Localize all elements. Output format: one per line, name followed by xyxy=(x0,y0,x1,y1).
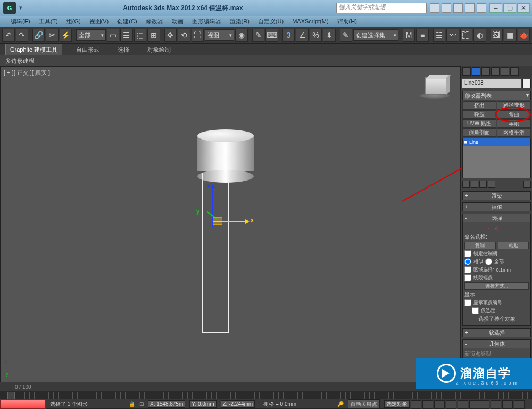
mirror-button[interactable]: М xyxy=(403,29,415,42)
window-crossing-button[interactable]: ⊞ xyxy=(147,29,160,42)
object-color-swatch[interactable] xyxy=(522,79,531,88)
show-vertnum-checkbox[interactable] xyxy=(464,299,471,306)
scale-button[interactable]: ⛶ xyxy=(192,29,204,42)
modifier-meshsmooth[interactable]: 网格平滑 xyxy=(497,128,531,137)
area-select-checkbox[interactable] xyxy=(464,266,471,273)
modifier-bevelprofile[interactable]: 倒角剖面 xyxy=(462,128,496,137)
area-select-value[interactable]: 0.1mm xyxy=(496,267,517,273)
modifier-pathdeform[interactable]: 路径变形 xyxy=(497,101,531,110)
segment-end-checkbox[interactable] xyxy=(464,274,471,281)
copy-button[interactable]: 复制 xyxy=(464,242,496,249)
material-editor-button[interactable]: ◐ xyxy=(473,29,486,42)
close-button[interactable]: ✕ xyxy=(517,3,530,13)
angle-snap-button[interactable]: ∠ xyxy=(296,29,309,42)
link-button[interactable]: 🔗 xyxy=(32,29,45,42)
ref-coord-dropdown[interactable]: 视图 xyxy=(205,29,234,41)
curve-editor-button[interactable]: 〰 xyxy=(446,29,459,42)
render-setup-button[interactable]: 🖼 xyxy=(491,29,503,42)
select-by-button[interactable]: 选择方式... xyxy=(464,282,529,290)
menu-rendering[interactable]: 渲染(R) xyxy=(230,18,250,26)
subscription-icon[interactable] xyxy=(442,3,451,13)
zoom-icon[interactable] xyxy=(514,400,525,409)
menu-customize[interactable]: 自定义(U) xyxy=(258,18,284,26)
paste-button[interactable]: 粘贴 xyxy=(498,242,529,249)
all-radio[interactable] xyxy=(485,258,492,265)
select-region-button[interactable]: ⬚ xyxy=(134,29,147,42)
percent-snap-button[interactable]: % xyxy=(310,29,322,42)
bind-spacewarp-button[interactable]: ⚡ xyxy=(60,29,72,42)
tab-modify-icon[interactable] xyxy=(472,67,480,76)
next-frame-icon[interactable] xyxy=(446,400,456,409)
named-selset-dropdown[interactable]: 创建选择集 xyxy=(353,29,398,41)
pan-view-icon[interactable] xyxy=(502,400,513,409)
menu-animation[interactable]: 动画 xyxy=(172,18,184,26)
maximize-button[interactable]: ▢ xyxy=(503,3,516,13)
selection-filter-dropdown[interactable]: 全部 xyxy=(76,29,105,41)
modifier-bend[interactable]: 弯曲 xyxy=(497,110,531,119)
snap-toggle-button[interactable]: 3 xyxy=(282,29,295,42)
track-bar[interactable] xyxy=(0,391,532,399)
viewport-label[interactable]: [ + ][ 正交 ][ 真实 ] xyxy=(4,69,50,77)
favorites-icon[interactable] xyxy=(465,3,475,13)
pivot-button[interactable]: ◉ xyxy=(235,29,248,42)
help-icon[interactable] xyxy=(477,3,486,13)
rotate-button[interactable]: ⟲ xyxy=(178,29,190,42)
tab-selection[interactable]: 选择 xyxy=(113,44,134,55)
goto-start-icon[interactable] xyxy=(411,400,421,409)
tab-create-icon[interactable] xyxy=(462,67,471,76)
current-frame-field[interactable] xyxy=(469,400,489,409)
menu-maxscript[interactable]: MAXScript(M) xyxy=(292,18,328,24)
manipulate-button[interactable]: ✎ xyxy=(252,29,265,42)
viewport[interactable]: [ + ][ 正交 ][ 真实 ] z y x z x y xyxy=(0,66,461,382)
modifier-lathe[interactable]: 车削 xyxy=(497,119,531,128)
coord-y[interactable]: Y: 0.0mm xyxy=(189,400,216,408)
search-icon[interactable] xyxy=(430,3,439,13)
modifier-list-dropdown[interactable]: 修改器列表 xyxy=(462,91,531,100)
remove-modifier-icon[interactable] xyxy=(488,181,495,188)
layers-button[interactable]: ☱ xyxy=(433,29,446,42)
time-slider-thumb[interactable] xyxy=(7,392,15,399)
time-config-button[interactable] xyxy=(491,400,501,409)
select-by-name-button[interactable]: ☰ xyxy=(120,29,133,42)
object-name-field[interactable]: Line003 xyxy=(462,79,521,88)
app-menu-icon[interactable]: ▾ xyxy=(19,4,27,12)
app-logo[interactable]: G xyxy=(3,2,16,14)
modifier-noise[interactable]: 噪波 xyxy=(462,110,496,119)
move-button[interactable]: ✥ xyxy=(164,29,177,42)
play-icon[interactable] xyxy=(434,400,445,409)
lock-handles-checkbox[interactable] xyxy=(464,250,471,257)
time-ruler[interactable] xyxy=(15,392,532,399)
gizmo-x-axis[interactable] xyxy=(213,221,248,222)
menu-help[interactable]: 帮助(H) xyxy=(337,18,357,26)
show-end-result-icon[interactable] xyxy=(471,181,478,188)
menu-create[interactable]: 创建(C) xyxy=(117,18,137,26)
menu-view[interactable]: 视图(V) xyxy=(89,18,109,26)
tab-display-icon[interactable] xyxy=(501,67,509,76)
time-config-icon[interactable]: 🔑 xyxy=(337,401,344,407)
make-unique-icon[interactable] xyxy=(479,181,487,188)
modifier-stack[interactable]: Line xyxy=(462,138,531,178)
tab-utilities-icon[interactable] xyxy=(510,67,519,76)
render-button[interactable]: 🫖 xyxy=(518,29,530,42)
lock-selection-icon[interactable]: 🔒 xyxy=(129,401,135,407)
align-button[interactable]: ≡ xyxy=(416,29,429,42)
tab-hierarchy-icon[interactable] xyxy=(481,67,490,76)
tab-objectpaint[interactable]: 对象绘制 xyxy=(143,44,175,55)
selected-only-checkbox[interactable] xyxy=(472,307,479,314)
redo-button[interactable]: ↷ xyxy=(16,29,29,42)
keyboard-shortcut-button[interactable]: ⌨ xyxy=(265,29,278,42)
autokey-button[interactable]: 自动关键点 xyxy=(348,399,380,409)
coord-x[interactable]: X: 1548.875m xyxy=(148,400,185,408)
coord-z[interactable]: Z: -2.244mm xyxy=(221,400,255,408)
ribbon-panel-label[interactable]: 多边形建模 xyxy=(0,55,532,66)
stack-item-line[interactable]: Line xyxy=(463,138,530,146)
isolate-icon[interactable]: ⊡ xyxy=(139,401,144,407)
modifier-uvwmap[interactable]: UVW 贴图 xyxy=(462,119,496,128)
menu-group[interactable]: 组(G) xyxy=(66,18,81,26)
menu-grapheditors[interactable]: 图形编辑器 xyxy=(192,18,221,26)
configure-sets-icon[interactable] xyxy=(523,181,531,188)
modifier-extrude[interactable]: 挤出 xyxy=(462,101,496,110)
unlink-button[interactable]: ✂ xyxy=(46,29,59,42)
pin-stack-icon[interactable] xyxy=(462,181,470,188)
tab-motion-icon[interactable] xyxy=(491,67,500,76)
